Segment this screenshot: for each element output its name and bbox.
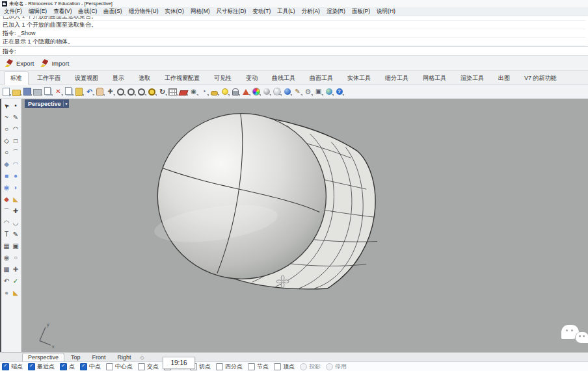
ribbon-tab[interactable]: 设置视图: [69, 72, 104, 84]
osnap-toggle[interactable]: 中心点: [106, 363, 133, 371]
ribbon-tab[interactable]: 出图: [492, 72, 516, 84]
copy-document-icon[interactable]: [43, 86, 53, 97]
zoom-dynamic-icon[interactable]: [116, 86, 126, 97]
zoom-window-icon[interactable]: [126, 86, 136, 97]
boolean-union-icon[interactable]: ◆: [2, 194, 11, 204]
leader-icon[interactable]: ✎: [11, 229, 20, 239]
viewport-tab[interactable]: Front: [87, 353, 111, 361]
move-icon[interactable]: [105, 86, 115, 97]
ellipse-icon[interactable]: ○: [2, 147, 11, 157]
perspective-viewport[interactable]: Perspective ▾: [21, 99, 588, 352]
blend-surface-icon[interactable]: ◡: [11, 218, 20, 227]
visibility-icon[interactable]: [189, 86, 198, 97]
duplicate-icon[interactable]: ▣: [11, 241, 20, 251]
menu-item[interactable]: 面板(P): [352, 8, 370, 16]
osnap-toggle[interactable]: 交点: [138, 363, 159, 371]
explode-icon[interactable]: ✚: [11, 206, 20, 216]
shaded-sphere[interactable]: [152, 114, 327, 279]
rectangle-icon[interactable]: □: [11, 136, 20, 146]
menu-item[interactable]: 变动(T): [252, 8, 271, 16]
zoom-selected-icon[interactable]: [137, 86, 146, 97]
ribbon-tab[interactable]: 标准: [4, 71, 29, 85]
check-icon[interactable]: ✓: [11, 276, 20, 286]
rendered-viewport-icon[interactable]: [282, 86, 292, 97]
osnap-toggle[interactable]: 中点: [80, 363, 101, 371]
checkbox-icon[interactable]: [300, 363, 307, 370]
menu-item[interactable]: 细分物件(U): [129, 8, 159, 16]
osnap-toggle[interactable]: 顶点: [274, 363, 295, 371]
torus-icon[interactable]: ◉: [2, 183, 11, 192]
box-icon[interactable]: ■: [2, 171, 11, 181]
group-icon[interactable]: ▦: [2, 241, 11, 251]
shaded-mode-icon[interactable]: ●: [2, 288, 11, 298]
control-point-curve-icon[interactable]: ✎: [11, 112, 20, 122]
gumball-icon[interactable]: ✚: [11, 264, 20, 274]
menu-item[interactable]: 说明(H): [377, 8, 395, 16]
checkbox-icon[interactable]: [28, 363, 35, 370]
save-file-icon[interactable]: [22, 86, 32, 97]
light-icon[interactable]: [220, 86, 230, 97]
print-icon[interactable]: [33, 86, 42, 97]
ribbon-tab[interactable]: 渲染工具: [455, 72, 490, 84]
ribbon-tab[interactable]: 实体工具: [341, 72, 377, 84]
circle-icon[interactable]: ○: [2, 124, 11, 134]
hide-object-icon[interactable]: ◉: [2, 253, 11, 262]
single-point-icon[interactable]: •: [11, 101, 20, 110]
sweep-surface-icon[interactable]: ◠: [11, 159, 20, 169]
checkbox-icon[interactable]: [106, 363, 113, 370]
menu-item[interactable]: 曲线(C): [79, 8, 98, 16]
render-clay-icon[interactable]: ◣: [11, 288, 20, 298]
ribbon-tab[interactable]: 网格工具: [417, 72, 452, 84]
osnap-toggle[interactable]: 停用: [326, 363, 347, 371]
menu-item[interactable]: 曲面(S): [103, 8, 122, 16]
viewport-tab[interactable]: Perspective: [22, 353, 64, 361]
import-button[interactable]: Import: [40, 59, 69, 67]
checkbox-icon[interactable]: [326, 363, 333, 370]
viewport-title[interactable]: Perspective ▾: [25, 99, 69, 108]
array-icon[interactable]: ▦: [2, 264, 11, 274]
ribbon-tab[interactable]: 可见性: [208, 72, 237, 84]
checkbox-icon[interactable]: [216, 363, 223, 370]
osnap-toggle[interactable]: 投影: [300, 363, 321, 371]
lock-icon[interactable]: [230, 86, 240, 97]
menu-item[interactable]: 文件(F): [4, 8, 22, 16]
checkbox-icon[interactable]: [60, 363, 67, 370]
color-wheel-icon[interactable]: [251, 86, 261, 97]
layer-panel-icon[interactable]: [168, 86, 178, 97]
fillet-curves-icon[interactable]: ⌒: [11, 147, 20, 157]
selection-filter-icon[interactable]: [314, 86, 323, 97]
menu-item[interactable]: 网格(M): [191, 8, 210, 16]
ribbon-tab[interactable]: 显示: [107, 72, 130, 84]
ribbon-tab[interactable]: 曲面工具: [304, 72, 339, 84]
text-icon[interactable]: T: [2, 229, 11, 239]
fillet-edge-icon[interactable]: ◠: [2, 218, 11, 227]
delete-icon[interactable]: [53, 86, 63, 97]
checkbox-icon[interactable]: [138, 363, 145, 370]
ribbon-tab[interactable]: 曲线工具: [266, 72, 301, 84]
pen-display-icon[interactable]: [293, 86, 302, 97]
zoom-extents-icon[interactable]: [147, 86, 157, 97]
record-history-icon[interactable]: [209, 86, 219, 97]
ribbon-tab[interactable]: 变动: [240, 72, 263, 84]
osnap-toggle[interactable]: 最近点: [28, 363, 55, 371]
boolean-difference-icon[interactable]: ◣: [11, 194, 20, 204]
paste-icon[interactable]: [74, 86, 84, 97]
viewport-tab[interactable]: Top: [66, 353, 86, 361]
checkbox-icon[interactable]: [80, 363, 87, 370]
command-history[interactable]: 已加入 1 个开放的曲面至选取集合。 已加入 1 个开放的曲面至选取集合。指令:…: [0, 16, 588, 46]
checkbox-icon[interactable]: [248, 363, 255, 370]
osnap-toggle[interactable]: 点: [60, 363, 75, 371]
ribbon-tab[interactable]: V7 的新功能: [518, 72, 563, 84]
3d-scene[interactable]: y x: [21, 99, 588, 352]
join-icon[interactable]: ⌒: [2, 206, 11, 216]
wechat-icon[interactable]: [557, 324, 588, 352]
osnap-toggle[interactable]: 节点: [248, 363, 269, 371]
menu-item[interactable]: 工具(L): [277, 8, 295, 16]
pipe-icon[interactable]: ◗: [11, 183, 20, 192]
cplane-icon[interactable]: [241, 86, 250, 97]
ribbon-tab[interactable]: 工作视窗配置: [159, 72, 206, 84]
curve-icon[interactable]: ~: [2, 112, 11, 122]
ribbon-tab[interactable]: 选取: [133, 72, 156, 84]
polyline-icon[interactable]: ◇: [2, 136, 11, 146]
osnap-toggle[interactable]: 端点: [2, 363, 23, 371]
